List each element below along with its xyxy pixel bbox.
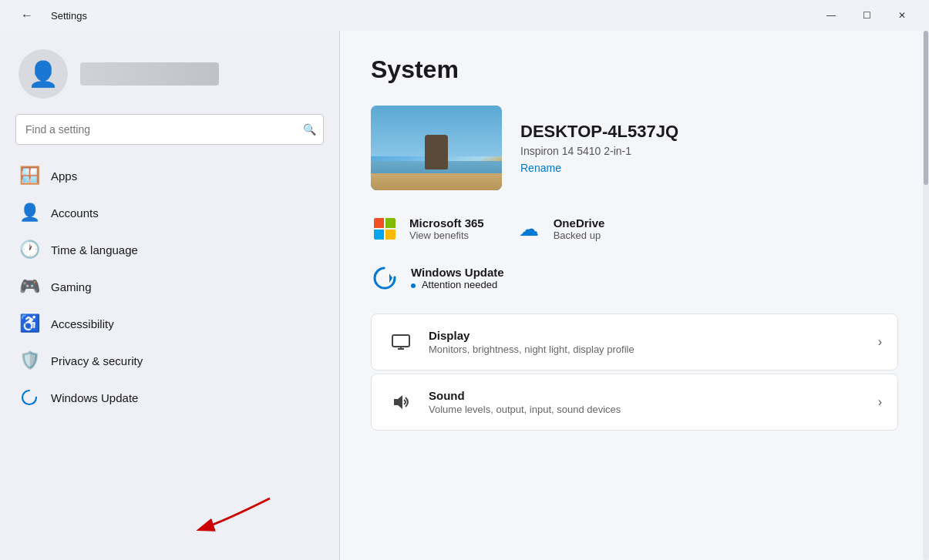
sound-card[interactable]: Sound Volume levels, output, input, soun… [371,374,898,431]
svg-point-0 [22,391,36,404]
nav-items: 🪟 Apps 👤 Accounts 🕐 Time & language 🎮 Ga… [0,157,339,416]
window-controls: — ☐ ✕ [813,3,920,28]
update-sync-icon [371,264,399,292]
services-row: Microsoft 365 View benefits ☁ OneDrive B… [371,215,898,243]
sidebar-item-time-language[interactable]: 🕐 Time & language [6,231,333,268]
sound-sub: Volume levels, output, input, sound devi… [429,404,878,415]
display-title: Display [429,329,878,342]
display-chevron: › [878,335,882,349]
accounts-icon: 👤 [19,202,40,223]
search-box: 🔍 [15,114,324,145]
time-icon: 🕐 [19,239,40,260]
microsoft365-item[interactable]: Microsoft 365 View benefits [371,215,484,243]
sidebar: 👤 🔍 🪟 Apps 👤 Accounts 🕐 Time & language … [0,31,339,560]
sidebar-item-privacy-security[interactable]: 🛡️ Privacy & security [6,342,333,379]
nav-label-gaming: Gaming [51,280,92,293]
update-info: Windows Update Attention needed [411,266,504,290]
scrollbar-track [923,31,929,560]
svg-rect-3 [392,335,409,347]
profile-section: 👤 [0,31,339,114]
display-sub: Monitors, brightness, night light, displ… [429,344,878,355]
apps-icon: 🪟 [19,165,40,186]
nav-label-apps: Apps [51,169,77,183]
sidebar-item-accessibility[interactable]: ♿ Accessibility [6,305,333,342]
username-bar [80,62,219,86]
device-card: DESKTOP-4L537JQ Inspiron 14 5410 2-in-1 … [371,106,898,190]
device-info: DESKTOP-4L537JQ Inspiron 14 5410 2-in-1 … [520,122,678,174]
nav-label-privacy-security: Privacy & security [51,354,143,367]
onedrive-item[interactable]: ☁ OneDrive Backed up [515,215,605,243]
device-model: Inspiron 14 5410 2-in-1 [520,145,678,157]
titlebar: ← Settings — ☐ ✕ [0,0,929,31]
update-status-text: Attention needed [422,279,497,290]
page-title: System [371,55,898,84]
ms365-sub: View benefits [409,230,484,241]
sound-title: Sound [429,389,878,402]
close-button[interactable]: ✕ [884,3,920,28]
privacy-icon: 🛡️ [19,350,40,371]
device-image [371,106,502,190]
avatar: 👤 [19,49,68,99]
onedrive-icon: ☁ [515,215,543,243]
sound-icon [387,388,415,416]
ms365-text: Microsoft 365 View benefits [409,216,484,241]
display-card[interactable]: Display Monitors, brightness, night ligh… [371,314,898,371]
sound-chevron: › [878,395,882,409]
ms365-icon [371,215,399,243]
onedrive-name: OneDrive [554,216,605,230]
main-content: System DESKTOP-4L537JQ Inspiron 14 5410 … [340,31,929,560]
update-dot [411,283,416,288]
search-input[interactable] [15,114,324,145]
update-status: Attention needed [411,279,504,290]
accessibility-icon: ♿ [19,313,40,334]
display-icon [387,328,415,356]
sidebar-item-apps[interactable]: 🪟 Apps [6,157,333,194]
display-text: Display Monitors, brightness, night ligh… [429,329,878,355]
nav-label-time-language: Time & language [51,243,138,257]
windows-update-card[interactable]: Windows Update Attention needed [371,264,898,292]
ms365-name: Microsoft 365 [409,216,484,230]
sidebar-item-gaming[interactable]: 🎮 Gaming [6,268,333,305]
device-name: DESKTOP-4L537JQ [520,122,678,142]
windows-update-nav-icon [19,387,40,408]
sidebar-item-accounts[interactable]: 👤 Accounts [6,194,333,231]
gaming-icon: 🎮 [19,276,40,297]
nav-label-accessibility: Accessibility [51,317,114,330]
sidebar-item-windows-update[interactable]: Windows Update [6,379,333,416]
app-title: Settings [51,10,87,22]
user-icon: 👤 [28,59,59,89]
onedrive-text: OneDrive Backed up [554,216,605,241]
maximize-button[interactable]: ☐ [849,3,884,28]
search-icon: 🔍 [303,123,316,136]
nav-label-accounts: Accounts [51,206,99,220]
cloud-icon: ☁ [519,217,539,241]
minimize-button[interactable]: — [813,3,849,28]
update-title: Windows Update [411,266,504,279]
svg-marker-6 [394,395,402,409]
back-button[interactable]: ← [9,3,45,28]
onedrive-sub: Backed up [554,230,605,241]
nav-label-windows-update: Windows Update [51,391,138,404]
scrollbar-thumb[interactable] [924,31,928,185]
device-rename-link[interactable]: Rename [520,162,678,174]
svg-marker-2 [389,273,392,283]
sound-text: Sound Volume levels, output, input, soun… [429,389,878,415]
app-window: 👤 🔍 🪟 Apps 👤 Accounts 🕐 Time & language … [0,31,929,560]
